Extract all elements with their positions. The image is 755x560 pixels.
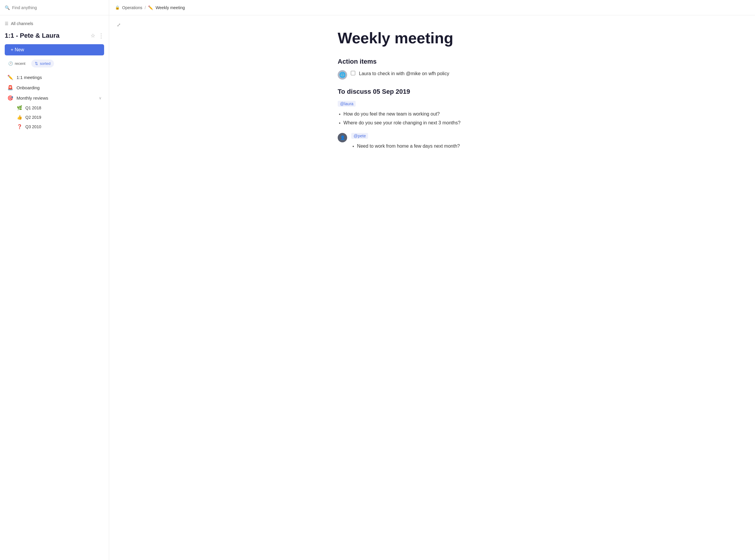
breadcrumb-separator: / bbox=[144, 5, 146, 10]
breadcrumb: 🔒 Operations / ✏️ Weekly meeting bbox=[109, 5, 191, 10]
filter-recent-label: recent bbox=[15, 61, 25, 66]
channel-header: 1:1 - Pete & Laura ☆ ⋮ bbox=[0, 29, 109, 43]
pete-mention-tag[interactable]: @pete bbox=[351, 133, 368, 139]
clock-icon: 🕐 bbox=[8, 61, 13, 66]
list-item: How do you feel the new team is working … bbox=[338, 110, 526, 118]
channel-header-icons: ☆ ⋮ bbox=[91, 32, 104, 39]
q1-icon: 🌿 bbox=[17, 105, 22, 111]
action-items-heading: Action items bbox=[338, 58, 526, 65]
pete-bullet-list: Need to work from home a few days next m… bbox=[351, 142, 526, 150]
list-item: Where do you see your role changing in n… bbox=[338, 119, 526, 127]
q2-label: Q2 2019 bbox=[25, 115, 41, 120]
doc-title: Weekly meeting bbox=[338, 29, 526, 47]
chevron-down-icon: ∨ bbox=[99, 96, 102, 100]
meetings-icon: ✏️ bbox=[7, 75, 14, 80]
search-icon: 🔍 bbox=[5, 5, 10, 10]
pete-content: @pete Need to work from home a few days … bbox=[351, 133, 526, 156]
top-bar: 🔍 🔒 Operations / ✏️ Weekly meeting bbox=[0, 0, 755, 15]
sidebar-item-onboarding[interactable]: 🚨 Onboarding bbox=[2, 82, 107, 93]
sidebar-subitem-q1-2018[interactable]: 🌿 Q1 2018 bbox=[2, 103, 107, 113]
breadcrumb-workspace[interactable]: Operations bbox=[122, 5, 142, 10]
all-channels-label: All channels bbox=[11, 21, 33, 26]
laura-bullet-list: How do you feel the new team is working … bbox=[338, 110, 526, 127]
sidebar-item-meetings[interactable]: ✏️ 1:1 meetings bbox=[2, 72, 107, 82]
action-item-row: 🌐 Laura to check in with @mike on wfh po… bbox=[338, 70, 526, 80]
more-icon[interactable]: ⋮ bbox=[98, 32, 104, 39]
sidebar-subitem-q2-2019[interactable]: 👍 Q2 2019 bbox=[2, 113, 107, 122]
q3-icon: ❓ bbox=[17, 124, 22, 129]
discuss-heading: To discuss 05 Sep 2019 bbox=[338, 88, 526, 96]
checkbox[interactable] bbox=[351, 71, 355, 76]
sidebar-subitem-q3-2010[interactable]: ❓ Q3 2010 bbox=[2, 122, 107, 132]
q3-label: Q3 2010 bbox=[25, 124, 41, 129]
action-item-text: Laura to check in with @mike on wfh poli… bbox=[359, 70, 449, 77]
sort-icon: ⇅ bbox=[35, 61, 38, 66]
layout: ☰ All channels 1:1 - Pete & Laura ☆ ⋮ + … bbox=[0, 15, 755, 560]
filter-sorted-button[interactable]: ⇅ sorted bbox=[31, 60, 54, 67]
filter-sorted-label: sorted bbox=[40, 61, 51, 66]
list-item: Need to work from home a few days next m… bbox=[351, 142, 526, 150]
new-button[interactable]: + New bbox=[5, 44, 104, 55]
section-divider: To discuss 05 Sep 2019 bbox=[338, 88, 526, 96]
onboarding-icon: 🚨 bbox=[7, 85, 14, 91]
expand-icon: ⤢ bbox=[117, 22, 121, 28]
avatar: 🌐 bbox=[338, 70, 347, 80]
channel-title: 1:1 - Pete & Laura bbox=[5, 32, 60, 40]
doc-content: Weekly meeting Action items 🌐 Laura to c… bbox=[326, 15, 538, 180]
q1-label: Q1 2018 bbox=[25, 105, 41, 110]
breadcrumb-doc-title[interactable]: Weekly meeting bbox=[155, 5, 185, 10]
meetings-label: 1:1 meetings bbox=[17, 75, 102, 80]
laura-mention-tag[interactable]: @laura bbox=[338, 101, 356, 107]
expand-button[interactable]: ⤢ bbox=[114, 20, 123, 29]
pete-section: 👤 @pete Need to work from home a few day… bbox=[338, 133, 526, 156]
sidebar-item-monthly-reviews[interactable]: 🎯 Monthly reviews ∨ bbox=[2, 93, 107, 103]
search-input[interactable] bbox=[12, 5, 104, 10]
star-icon[interactable]: ☆ bbox=[91, 33, 95, 39]
pete-avatar: 👤 bbox=[338, 133, 347, 142]
q2-icon: 👍 bbox=[17, 115, 22, 120]
hamburger-icon: ☰ bbox=[5, 21, 8, 26]
sidebar: ☰ All channels 1:1 - Pete & Laura ☆ ⋮ + … bbox=[0, 15, 109, 560]
onboarding-label: Onboarding bbox=[17, 85, 102, 90]
breadcrumb-pencil-icon: ✏️ bbox=[148, 5, 153, 10]
filter-recent-button[interactable]: 🕐 recent bbox=[5, 60, 29, 67]
search-area[interactable]: 🔍 bbox=[0, 0, 109, 15]
bullet-text: Where do you see your role changing in n… bbox=[344, 119, 461, 127]
lock-icon: 🔒 bbox=[115, 5, 120, 10]
all-channels-link[interactable]: ☰ All channels bbox=[0, 15, 109, 29]
monthly-reviews-label: Monthly reviews bbox=[17, 96, 49, 100]
bullet-text: How do you feel the new team is working … bbox=[344, 110, 440, 118]
main-content: ⤢ Weekly meeting Action items 🌐 Laura to… bbox=[109, 15, 755, 560]
monthly-reviews-icon: 🎯 bbox=[7, 95, 14, 101]
filter-row: 🕐 recent ⇅ sorted bbox=[0, 60, 109, 72]
bullet-text: Need to work from home a few days next m… bbox=[357, 142, 460, 150]
